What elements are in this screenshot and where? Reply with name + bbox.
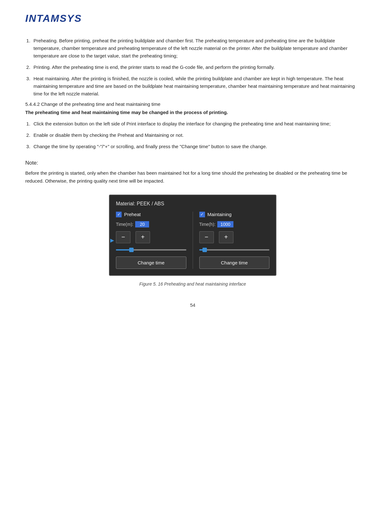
main-content: Preheating. Before printing, preheat the…	[25, 37, 360, 308]
list-item-3: Heat maintaining. After the printing is …	[32, 75, 360, 98]
bold-statement: The preheating time and heat maintaining…	[25, 109, 360, 116]
maintaining-change-time-btn[interactable]: Change time	[199, 257, 270, 269]
widget: Material: PEEK / ABS ▶ ✓ Preheat Time(m)…	[109, 195, 276, 276]
sub-list: Click the extension button on the left s…	[32, 120, 360, 150]
preheat-btn-row: − +	[116, 231, 186, 243]
preheat-minus-btn[interactable]: −	[116, 231, 130, 243]
maintaining-label: Maintaining	[208, 212, 232, 217]
preheat-time-label: Time(m):	[116, 222, 133, 227]
arrow-indicator: ▶	[110, 237, 114, 243]
maintaining-checkbox[interactable]: ✓	[199, 212, 205, 217]
sub-list-item-2: Enable or disable them by checking the P…	[32, 131, 360, 139]
note-text: Before the printing is started, only whe…	[25, 169, 360, 185]
widget-right-col: ✓ Maintaining Time(h): 1000 − +	[199, 212, 270, 269]
maintaining-slider-row[interactable]	[199, 247, 270, 253]
preheat-slider-track	[116, 249, 186, 251]
preheat-slider-row[interactable]	[116, 247, 186, 253]
section-heading: 5.4.4.2 Change of the preheating time an…	[25, 101, 360, 107]
widget-left-col: ▶ ✓ Preheat Time(m): 20 − +	[116, 212, 186, 269]
preheat-label: Preheat	[124, 212, 141, 217]
sub-list-item-3: Change the time by operating "-"/"+" or …	[32, 143, 360, 150]
preheat-checkbox-row: ✓ Preheat	[116, 212, 186, 217]
maintaining-minus-btn[interactable]: −	[199, 231, 214, 243]
col-divider	[193, 212, 193, 269]
preheat-change-time-btn[interactable]: Change time	[116, 257, 186, 269]
intro-list: Preheating. Before printing, preheat the…	[32, 37, 360, 98]
maintaining-btn-row: − +	[199, 231, 270, 243]
figure-caption: Figure 5. 16 Preheating and heat maintai…	[25, 281, 360, 287]
preheat-plus-btn[interactable]: +	[136, 231, 150, 243]
maintaining-time-value: 1000	[217, 221, 233, 227]
widget-container: Material: PEEK / ABS ▶ ✓ Preheat Time(m)…	[104, 195, 281, 276]
list-item-2: Printing. After the preheating time is e…	[32, 63, 360, 71]
maintaining-time-label: Time(h):	[199, 222, 216, 227]
preheat-time-value: 20	[135, 221, 149, 227]
maintaining-checkbox-row: ✓ Maintaining	[199, 212, 270, 217]
logo: INTAMSYS	[25, 13, 367, 24]
list-item-1: Preheating. Before printing, preheat the…	[32, 37, 360, 60]
widget-row: ▶ ✓ Preheat Time(m): 20 − +	[116, 212, 269, 269]
maintaining-slider-thumb	[202, 248, 207, 252]
preheat-checkbox[interactable]: ✓	[116, 212, 122, 217]
maintaining-plus-btn[interactable]: +	[219, 231, 233, 243]
preheat-slider-thumb	[129, 248, 134, 252]
logo-text: INTAMSYS	[25, 13, 82, 24]
maintaining-time-row: Time(h): 1000	[199, 221, 270, 227]
sub-list-item-1: Click the extension button on the left s…	[32, 120, 360, 128]
widget-title: Material: PEEK / ABS	[116, 201, 269, 207]
preheat-time-row: Time(m): 20	[116, 221, 186, 227]
maintaining-slider-track	[199, 249, 270, 251]
page-number: 54	[25, 302, 360, 308]
note-heading: Note:	[25, 160, 360, 166]
